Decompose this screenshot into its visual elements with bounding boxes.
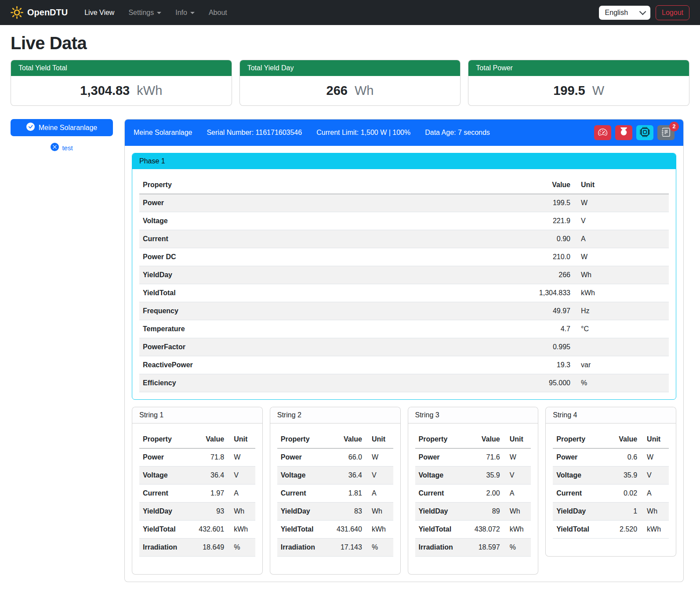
card-unit: W — [592, 83, 604, 98]
nav-item-about[interactable]: About — [202, 5, 234, 20]
table-row: YieldTotal431.640kWh — [277, 521, 393, 539]
col-value: Value — [181, 431, 228, 449]
table-row: Power71.6W — [415, 449, 531, 467]
col-unit: Unit — [574, 176, 669, 194]
string-title: String 2 — [270, 407, 400, 423]
brand-label: OpenDTU — [27, 7, 68, 18]
table-row: Power66.0W — [277, 449, 393, 467]
card-total-yield-total: Total Yield Total 1,304.83 kWh — [11, 60, 232, 106]
brand[interactable]: OpenDTU — [11, 6, 68, 19]
cpu-icon — [640, 127, 650, 138]
x-circle-icon — [51, 143, 59, 152]
table-row: Power DC210.0W — [139, 248, 669, 266]
inverter-limit: Current Limit: 1,500 W | 100% — [316, 129, 410, 137]
col-property: Property — [139, 431, 181, 449]
table-row: Power199.5W — [139, 194, 669, 212]
col-property: Property — [139, 176, 399, 194]
string-2-card: String 2 Property Value Unit — [270, 407, 401, 575]
table-row: Power0.6W — [553, 449, 669, 467]
phase-panel: Phase 1 Property Value Unit — [132, 153, 676, 400]
event-log-button[interactable]: 2 — [657, 125, 675, 140]
event-count-badge: 2 — [669, 122, 679, 131]
table-row: ReactivePower19.3var — [139, 356, 669, 374]
card-total-power: Total Power 199.5 W — [468, 60, 689, 106]
table-row: Irradiation17.143% — [277, 539, 393, 557]
nav-links: Live View Settings Info About — [77, 5, 234, 20]
table-row: Current0.02A — [553, 485, 669, 503]
string-title: String 4 — [546, 407, 676, 423]
inverter-serial: Serial Number: 116171603546 — [207, 129, 302, 137]
card-unit: kWh — [137, 83, 162, 98]
card-unit: Wh — [355, 83, 374, 98]
language-value: English — [605, 9, 628, 17]
language-select[interactable]: English — [599, 6, 650, 20]
card-title: Total Yield Day — [240, 60, 461, 76]
check-circle-icon — [26, 123, 35, 133]
phase-title: Phase 1 — [132, 153, 676, 169]
logout-button[interactable]: Logout — [656, 5, 689, 20]
inverter-select-label: Meine Solaranlage — [39, 124, 97, 132]
navbar: OpenDTU Live View Settings Info About En… — [0, 0, 700, 25]
nav-item-settings[interactable]: Settings — [121, 5, 168, 20]
table-row: Current2.00A — [415, 485, 531, 503]
card-title: Total Power — [468, 60, 689, 76]
table-row: YieldDay93Wh — [139, 503, 255, 521]
string-1-table: Property Value Unit Power71.8W Voltage36… — [139, 431, 255, 557]
table-row: Efficiency95.000% — [139, 374, 669, 392]
table-row: YieldTotal2.520kWh — [553, 521, 669, 539]
table-row: YieldDay89Wh — [415, 503, 531, 521]
inverter-header: Meine Solaranlage Serial Number: 1161716… — [125, 119, 683, 146]
table-row: Irradiation18.597% — [415, 539, 531, 557]
col-value: Value — [457, 431, 504, 449]
chevron-down-icon — [190, 12, 195, 14]
card-value: 199.5 — [553, 83, 585, 98]
table-row: YieldDay83Wh — [277, 503, 393, 521]
limit-settings-button[interactable] — [594, 125, 611, 140]
table-row: Current0.90A — [139, 230, 669, 248]
table-row: Irradiation18.649% — [139, 539, 255, 557]
col-unit: Unit — [366, 431, 393, 449]
inverter-actions: 2 — [594, 125, 675, 140]
string-4-table: Property Value Unit Power0.6W Voltage35.… — [553, 431, 669, 539]
table-row: Current1.81A — [277, 485, 393, 503]
device-info-button[interactable] — [636, 125, 653, 140]
inverter-select-button[interactable]: Meine Solaranlage — [11, 119, 113, 136]
chevron-down-icon — [157, 12, 161, 14]
string-3-card: String 3 Property Value Unit — [408, 407, 539, 575]
table-row: Temperature4.7°C — [139, 320, 669, 338]
speedometer-icon — [598, 127, 607, 138]
string-4-card: String 4 Property Value Unit — [545, 407, 676, 557]
table-row: Voltage35.9V — [553, 467, 669, 485]
card-title: Total Yield Total — [11, 60, 232, 76]
col-value: Value — [399, 176, 574, 194]
nav-item-live-view[interactable]: Live View — [77, 5, 121, 20]
inverter-sidebar: Meine Solaranlage test — [11, 119, 113, 582]
string-1-card: String 1 Property Value Unit — [132, 407, 263, 575]
table-row: Power71.8W — [139, 449, 255, 467]
table-row: YieldTotal1,304.833kWh — [139, 284, 669, 302]
table-row: Frequency49.97Hz — [139, 302, 669, 320]
card-total-yield-day: Total Yield Day 266 Wh — [239, 60, 461, 106]
col-unit: Unit — [641, 431, 669, 449]
table-row: Voltage35.9V — [415, 467, 531, 485]
table-row: YieldDay266Wh — [139, 266, 669, 284]
sun-icon — [11, 6, 23, 19]
table-row: Current1.97A — [139, 485, 255, 503]
page-title: Live Data — [11, 33, 689, 53]
table-row: Voltage221.9V — [139, 212, 669, 230]
card-value: 266 — [326, 83, 348, 98]
power-toggle-button[interactable] — [615, 125, 632, 140]
col-value: Value — [319, 431, 366, 449]
inverter-data-age: Data Age: 7 seconds — [425, 129, 490, 137]
table-row: PowerFactor0.995 — [139, 338, 669, 356]
col-property: Property — [415, 431, 457, 449]
phase-table: Property Value Unit Power199.5W Voltage2… — [139, 176, 669, 392]
inverter-item-test[interactable]: test — [11, 143, 113, 152]
string-2-table: Property Value Unit Power66.0W Voltage36… — [277, 431, 393, 557]
table-row: Voltage36.4V — [277, 467, 393, 485]
summary-cards: Total Yield Total 1,304.83 kWh Total Yie… — [11, 60, 689, 106]
string-title: String 3 — [408, 407, 538, 423]
nav-item-info[interactable]: Info — [168, 5, 202, 20]
col-property: Property — [553, 431, 593, 449]
table-row: YieldTotal438.072kWh — [415, 521, 531, 539]
